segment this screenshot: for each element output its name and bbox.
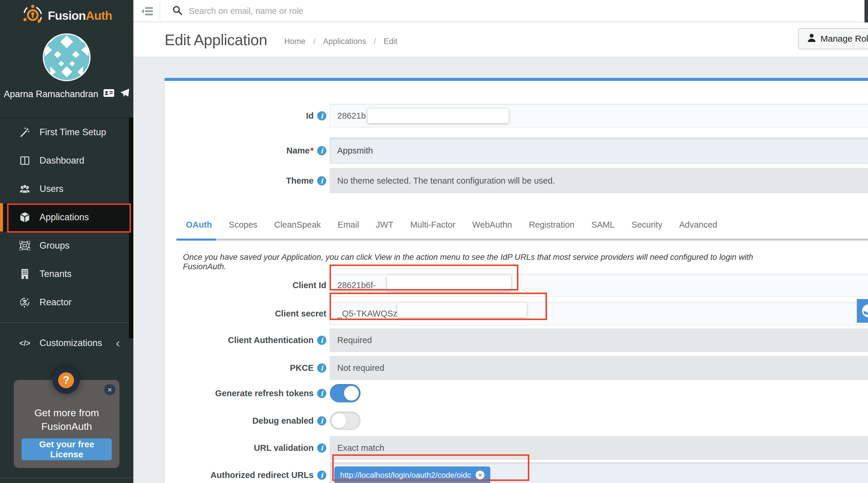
sidebar-item-label: First Time Setup bbox=[39, 127, 106, 138]
client-id-label: Client Id bbox=[293, 281, 326, 290]
client-authentication-label: Client Authentication bbox=[228, 335, 314, 345]
name-label: Name* bbox=[286, 146, 314, 155]
fusionauth-logo-icon bbox=[23, 5, 43, 27]
topbar bbox=[133, 0, 868, 22]
search-input[interactable] bbox=[189, 6, 543, 16]
page-title: Edit Application bbox=[165, 31, 267, 49]
tab-registration[interactable]: Registration bbox=[529, 220, 575, 230]
info-icon[interactable]: i bbox=[317, 336, 326, 345]
contact-card-icon[interactable] bbox=[103, 89, 115, 100]
chevron-left-icon: ‹ bbox=[116, 337, 133, 349]
breadcrumb: Home / Applications / Edit bbox=[284, 37, 397, 46]
sidebar: FusionAuth Aparna Ramachandran bbox=[0, 0, 133, 483]
generate-refresh-tokens-label: Generate refresh tokens bbox=[215, 389, 314, 398]
user-row: Aparna Ramachandran bbox=[0, 88, 133, 101]
help-question-badge: ? bbox=[53, 367, 80, 394]
tab-underline-active bbox=[177, 238, 216, 240]
breadcrumb-applications[interactable]: Applications bbox=[323, 37, 366, 46]
info-icon[interactable]: i bbox=[317, 146, 326, 155]
sidebar-item-customizations[interactable]: </> Customizations ‹ bbox=[0, 329, 133, 357]
field-row-debug-enabled: Debug enabled i bbox=[165, 411, 868, 430]
breadcrumb-home[interactable]: Home bbox=[284, 37, 306, 46]
tab-advanced[interactable]: Advanced bbox=[679, 220, 717, 230]
info-icon[interactable]: i bbox=[317, 471, 326, 480]
id-label: Id bbox=[306, 111, 314, 121]
tab-email[interactable]: Email bbox=[338, 220, 359, 230]
client-secret-label: Client secret bbox=[275, 309, 326, 318]
sidebar-nav: First Time Setup Dashboard Users Applica… bbox=[0, 117, 133, 357]
redaction-overlay-client-secret bbox=[397, 303, 527, 317]
sidebar-bottom-divider bbox=[0, 478, 133, 478]
manage-roles-button[interactable]: Manage Roles bbox=[798, 28, 868, 49]
search-icon bbox=[172, 5, 182, 17]
wand-icon bbox=[19, 127, 31, 138]
tab-multi-factor[interactable]: Multi-Factor bbox=[410, 220, 455, 230]
user-name: Aparna Ramachandran bbox=[4, 89, 98, 100]
get-free-license-button[interactable]: Get your free License bbox=[22, 438, 112, 460]
topbar-divider bbox=[160, 2, 160, 20]
sidebar-item-label: Reactor bbox=[39, 297, 72, 308]
application-form-card: Id i 28621b Name* i Theme i No theme sel… bbox=[165, 78, 868, 483]
sidebar-item-users[interactable]: Users bbox=[0, 175, 133, 203]
name-input[interactable] bbox=[330, 138, 868, 164]
toggle-knob bbox=[344, 386, 359, 401]
collapse-sidebar-icon[interactable] bbox=[141, 5, 154, 18]
url-validation-label: URL validation bbox=[254, 443, 314, 453]
avatar[interactable] bbox=[43, 33, 91, 81]
tab-security[interactable]: Security bbox=[631, 220, 662, 230]
field-row-authorized-redirect-urls: Authorized redirect URLs i http://localh… bbox=[165, 462, 868, 483]
field-row-generate-refresh-tokens: Generate refresh tokens i bbox=[165, 384, 868, 402]
pkce-label: PKCE bbox=[290, 363, 314, 373]
regenerate-secret-button[interactable] bbox=[857, 299, 868, 323]
info-icon[interactable]: i bbox=[317, 389, 326, 398]
sidebar-item-groups[interactable]: Groups bbox=[0, 231, 133, 260]
generate-refresh-tokens-toggle[interactable] bbox=[330, 384, 361, 402]
sidebar-item-tenants[interactable]: Tenants bbox=[0, 260, 133, 288]
tab-bar: OAuth Scopes CleanSpeak Email JWT Multi-… bbox=[186, 220, 717, 230]
authorized-redirect-urls-input[interactable]: http://localhost/login/oauth2/code/oidc … bbox=[330, 462, 868, 483]
promo-close-icon[interactable]: × bbox=[104, 384, 115, 395]
toggle-knob bbox=[332, 413, 346, 428]
promo-text: Get more from FusionAuth bbox=[14, 406, 120, 433]
cube-icon bbox=[19, 212, 31, 223]
client-authentication-select: Required bbox=[330, 329, 868, 352]
sidebar-item-applications[interactable]: Applications bbox=[0, 203, 133, 231]
tab-jwt[interactable]: JWT bbox=[376, 220, 394, 230]
page-header: Edit Application Home / Applications / E… bbox=[133, 23, 868, 57]
remove-url-icon[interactable]: × bbox=[475, 471, 485, 479]
field-row-client-authentication: Client Authentication i Required bbox=[165, 329, 868, 352]
sidebar-item-dashboard[interactable]: Dashboard bbox=[0, 146, 133, 175]
sidebar-scrollbar[interactable] bbox=[129, 117, 133, 338]
tab-saml[interactable]: SAML bbox=[591, 220, 615, 230]
page-scrollbar[interactable] bbox=[864, 0, 868, 23]
fusionauth-logo[interactable]: FusionAuth bbox=[23, 5, 112, 27]
tab-underline bbox=[177, 238, 868, 240]
sidebar-item-label: Applications bbox=[39, 212, 89, 223]
info-icon[interactable]: i bbox=[317, 364, 326, 373]
object-group-icon bbox=[19, 241, 31, 250]
sidebar-item-label: Tenants bbox=[39, 269, 72, 279]
oauth-note: Once you have saved your Application, yo… bbox=[183, 252, 767, 271]
theme-select: No theme selected. The tenant configurat… bbox=[330, 168, 868, 193]
info-icon[interactable]: i bbox=[317, 416, 326, 425]
info-icon[interactable]: i bbox=[317, 444, 326, 453]
debug-enabled-toggle[interactable] bbox=[330, 411, 361, 430]
fusionauth-logo-text: FusionAuth bbox=[48, 9, 112, 23]
tab-webauthn[interactable]: WebAuthn bbox=[472, 220, 512, 230]
person-icon bbox=[808, 33, 816, 44]
info-icon[interactable]: i bbox=[317, 111, 326, 120]
info-icon[interactable]: i bbox=[317, 176, 326, 186]
tab-scopes[interactable]: Scopes bbox=[229, 220, 257, 230]
theme-label: Theme bbox=[286, 176, 314, 186]
dashboard-icon bbox=[19, 155, 31, 166]
redaction-overlay-client-id bbox=[387, 276, 511, 291]
authorized-redirect-urls-label: Authorized redirect URLs bbox=[210, 470, 314, 480]
sidebar-item-reactor[interactable]: Reactor bbox=[0, 288, 133, 316]
tab-oauth[interactable]: OAuth bbox=[186, 220, 212, 230]
redirect-url-chip: http://localhost/login/oauth2/code/oidc … bbox=[334, 466, 490, 483]
send-icon[interactable] bbox=[120, 88, 129, 101]
sidebar-item-label: Customizations bbox=[39, 338, 102, 348]
sidebar-item-first-time-setup[interactable]: First Time Setup bbox=[0, 118, 133, 146]
tab-cleanspeak[interactable]: CleanSpeak bbox=[274, 220, 321, 230]
users-icon bbox=[19, 184, 31, 194]
